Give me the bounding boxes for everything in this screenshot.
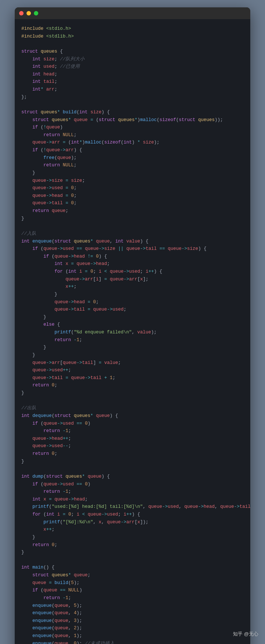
close-button[interactable] <box>19 11 24 15</box>
titlebar <box>15 7 250 19</box>
code-window: #include <stdio.h> #include <stdlib.h> s… <box>15 7 250 644</box>
watermark: 知乎 @无心 <box>233 631 258 637</box>
code-content: #include <stdio.h> #include <stdlib.h> s… <box>15 19 250 644</box>
minimize-button[interactable] <box>26 11 31 15</box>
maximize-button[interactable] <box>34 11 38 15</box>
